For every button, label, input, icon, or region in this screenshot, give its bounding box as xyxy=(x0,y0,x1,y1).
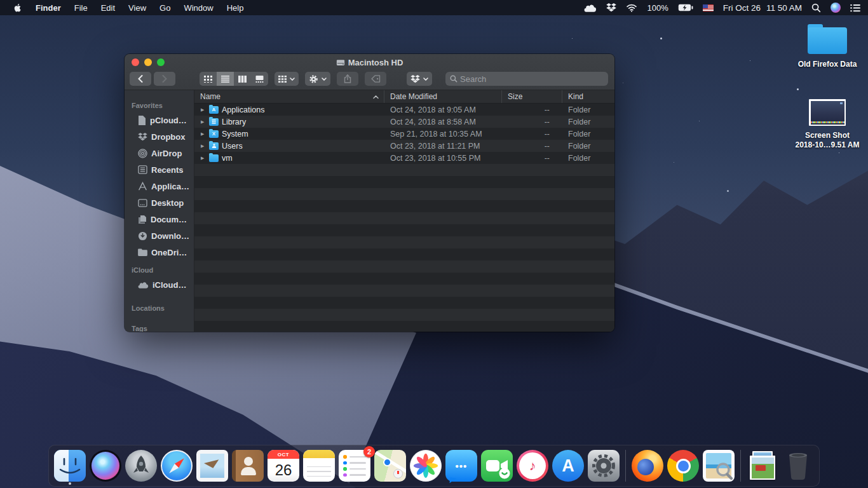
sidebar-item-applications[interactable]: Applica… xyxy=(125,178,194,194)
desktop-icon-label-line2: 2018-10…9.51 AM xyxy=(796,140,860,150)
dropbox-menu-icon[interactable] xyxy=(606,3,616,12)
sidebar-item-onedrive[interactable]: OneDri… xyxy=(125,244,194,261)
search-icon xyxy=(450,75,458,83)
file-size: -- xyxy=(502,105,562,114)
table-row-applications[interactable]: ▶ A Applications Oct 24, 2018 at 9:05 AM… xyxy=(194,104,614,116)
menu-window[interactable]: Window xyxy=(184,3,213,13)
title-bar[interactable]: Macintosh HD xyxy=(125,54,614,71)
disclosure-triangle-icon[interactable]: ▶ xyxy=(201,107,206,112)
photos-stack-icon xyxy=(747,450,778,482)
menu-view[interactable]: View xyxy=(128,3,146,13)
dock-item-chrome[interactable] xyxy=(665,446,701,485)
battery-charging-icon[interactable] xyxy=(678,4,693,11)
sidebar-item-dropbox[interactable]: Dropbox xyxy=(125,128,194,145)
file-name: vm xyxy=(222,154,233,163)
dock-item-photos[interactable] xyxy=(408,446,444,485)
dropbox-toolbar-button[interactable] xyxy=(407,72,432,86)
sidebar-item-documents[interactable]: Docum… xyxy=(125,211,194,227)
desktop-icon-old-firefox-data[interactable]: Old Firefox Data xyxy=(794,24,860,69)
dock-item-launchpad[interactable] xyxy=(123,446,159,485)
share-button[interactable] xyxy=(337,72,358,86)
file-rows-area[interactable]: ▶ A Applications Oct 24, 2018 at 9:05 AM… xyxy=(194,104,614,332)
blue-folder-icon xyxy=(808,24,847,54)
search-field[interactable] xyxy=(445,72,608,86)
notification-center-icon[interactable] xyxy=(850,4,860,12)
column-header-size[interactable]: Size xyxy=(502,90,562,103)
dock-item-mail[interactable] xyxy=(194,446,230,485)
sidebar-item-icloud-drive[interactable]: iCloud… xyxy=(125,276,194,293)
dock-item-reminders[interactable]: 2 xyxy=(337,446,372,485)
view-as-icons-button[interactable] xyxy=(200,72,217,86)
table-row-library[interactable]: ▶ Library Oct 24, 2018 at 8:58 AM -- Fol… xyxy=(194,116,614,128)
disclosure-triangle-icon[interactable]: ▶ xyxy=(201,144,206,149)
back-button[interactable] xyxy=(130,72,151,86)
view-as-columns-button[interactable] xyxy=(234,72,251,86)
sidebar-item-airdrop[interactable]: AirDrop xyxy=(125,145,194,161)
spotlight-icon[interactable] xyxy=(811,3,821,13)
desktop-icon-screen-shot[interactable]: Screen Shot 2018-10…9.51 AM xyxy=(794,99,860,150)
table-row-vm[interactable]: ▶ vm Oct 23, 2018 at 10:55 PM -- Folder xyxy=(194,152,614,164)
view-switcher xyxy=(200,72,268,86)
dock-item-maps[interactable] xyxy=(372,446,408,485)
search-input[interactable] xyxy=(460,74,604,84)
siri-menu-icon[interactable] xyxy=(831,3,841,13)
dock-item-contacts[interactable] xyxy=(230,446,266,485)
dock-item-preview[interactable] xyxy=(701,446,736,485)
zoom-button[interactable] xyxy=(157,58,165,66)
column-label: Date Modified xyxy=(390,92,437,101)
file-kind: Folder xyxy=(562,118,614,126)
disclosure-triangle-icon[interactable]: ▶ xyxy=(201,119,206,125)
dock-item-messages[interactable]: ••• xyxy=(444,446,479,485)
dock-item-safari[interactable] xyxy=(159,446,194,485)
sidebar-item-recents[interactable]: Recents xyxy=(125,161,194,178)
dock-item-notes[interactable] xyxy=(301,446,337,485)
forward-chevron-icon xyxy=(162,75,167,83)
menu-app-name[interactable]: Finder xyxy=(36,3,61,13)
group-by-button[interactable] xyxy=(275,72,299,86)
dock-item-system-preferences[interactable] xyxy=(586,446,621,485)
column-header-date-modified[interactable]: Date Modified xyxy=(384,90,502,103)
menu-help[interactable]: Help xyxy=(227,3,244,13)
dock-item-firefox[interactable] xyxy=(630,446,665,485)
sidebar-item-label: Applica… xyxy=(151,182,189,191)
column-header-name[interactable]: Name xyxy=(194,90,384,103)
sidebar-item-downloads[interactable]: Downlo… xyxy=(125,227,194,244)
menu-go[interactable]: Go xyxy=(159,3,170,13)
menu-edit[interactable]: Edit xyxy=(101,3,115,13)
close-button[interactable] xyxy=(132,58,139,66)
tag-button[interactable] xyxy=(365,72,386,86)
sidebar-item-label: Dropbox xyxy=(151,132,185,142)
app-store-letter: A xyxy=(562,456,574,476)
forward-button[interactable] xyxy=(154,72,175,86)
table-row-users[interactable]: ▶ Users Oct 23, 2018 at 11:21 PM -- Fold… xyxy=(194,140,614,152)
calendar-day: 26 xyxy=(268,459,299,482)
dock-item-calendar[interactable]: OCT 26 xyxy=(266,446,301,485)
apple-menu[interactable] xyxy=(13,3,22,13)
minimize-button[interactable] xyxy=(144,58,152,66)
disclosure-triangle-icon[interactable]: ▶ xyxy=(201,132,206,137)
dock-item-photos-stack[interactable] xyxy=(745,446,780,485)
pcloud-menu-icon[interactable] xyxy=(584,3,597,12)
view-as-gallery-button[interactable] xyxy=(251,72,268,86)
finder-window: Macintosh HD xyxy=(125,54,614,332)
dock-item-siri[interactable] xyxy=(88,446,123,485)
wifi-menu-icon[interactable] xyxy=(626,4,637,12)
dock-item-facetime[interactable] xyxy=(479,446,515,485)
dock-item-app-store[interactable]: A xyxy=(550,446,586,485)
file-kind: Folder xyxy=(562,142,614,151)
dock-item-finder[interactable] xyxy=(52,446,88,485)
calendar-month: OCT xyxy=(268,450,299,459)
table-row-system[interactable]: ▶ X System Sep 21, 2018 at 10:35 AM -- F… xyxy=(194,128,614,140)
menu-file[interactable]: File xyxy=(74,3,88,13)
action-menu-button[interactable] xyxy=(305,72,330,86)
sidebar-item-desktop[interactable]: Desktop xyxy=(125,194,194,211)
column-header-kind[interactable]: Kind xyxy=(562,90,614,103)
menu-clock[interactable]: Fri Oct 26 11 50 AM xyxy=(723,3,802,13)
sidebar-item-label: Desktop xyxy=(151,198,184,208)
input-source-us-flag-icon[interactable] xyxy=(703,4,714,11)
view-as-list-button[interactable] xyxy=(217,72,234,86)
dock-item-itunes[interactable]: ♪ xyxy=(515,446,550,485)
sidebar-item-pcloud[interactable]: pCloud… xyxy=(125,112,194,128)
disclosure-triangle-icon[interactable]: ▶ xyxy=(201,156,206,161)
dock-item-trash[interactable] xyxy=(780,446,816,485)
